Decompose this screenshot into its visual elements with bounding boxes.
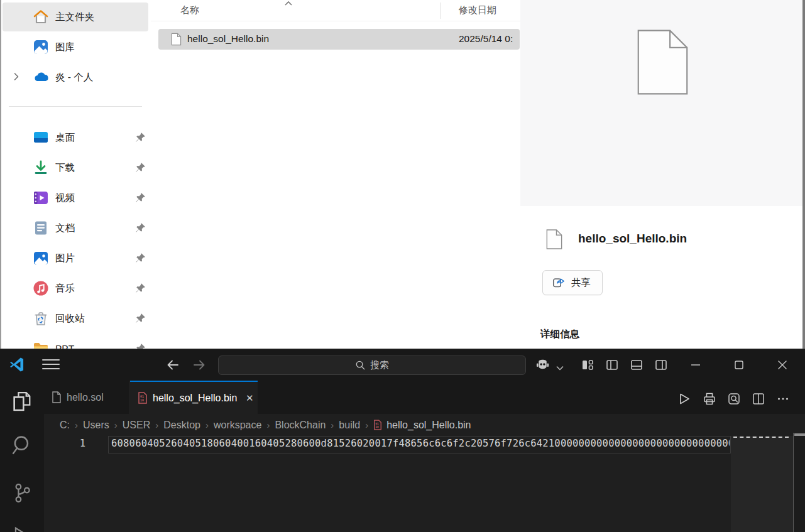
activity-bar: [0, 381, 44, 532]
customize-layout-icon[interactable]: [581, 358, 594, 372]
sidebar-item-label: 下载: [55, 161, 75, 175]
menu-hamburger-icon[interactable]: [42, 359, 60, 371]
sidebar-item-documents[interactable]: 文档: [3, 214, 148, 242]
breadcrumb-item[interactable]: Desktop: [163, 420, 200, 431]
share-button[interactable]: 共享: [542, 270, 603, 295]
breadcrumb-separator: ›: [75, 420, 78, 430]
back-arrow-icon[interactable]: [165, 357, 181, 373]
column-divider[interactable]: [440, 3, 441, 19]
close-tab-icon[interactable]: ✕: [243, 392, 256, 404]
breadcrumb-item[interactable]: build: [339, 420, 360, 431]
sidebar-item-gallery[interactable]: 图库: [3, 33, 148, 62]
sidebar-item-label: 桌面: [55, 131, 75, 144]
toggle-sidebar-icon[interactable]: [605, 358, 619, 372]
folder-icon: [33, 340, 49, 349]
line-number: 1: [44, 438, 85, 449]
close-button[interactable]: [769, 349, 796, 381]
forward-arrow-icon[interactable]: [191, 357, 207, 373]
tab-hello-sol[interactable]: hello.sol: [44, 381, 130, 414]
editor-area[interactable]: 1 60806040526040518060400160405280600d81…: [44, 436, 805, 532]
explorer-view-icon[interactable]: [10, 389, 34, 413]
copilot-icon[interactable]: [535, 357, 550, 373]
sidebar-item-music[interactable]: 音乐: [3, 274, 148, 303]
breadcrumb-item[interactable]: Users: [83, 420, 109, 431]
sidebar-item-recycle-bin[interactable]: 回收站: [3, 304, 148, 333]
split-editor-icon[interactable]: [752, 392, 765, 406]
print-icon[interactable]: [703, 392, 716, 406]
chevron-right-icon[interactable]: [11, 72, 21, 82]
pin-icon: [135, 283, 146, 293]
pictures-icon: [33, 250, 49, 266]
source-control-icon[interactable]: [10, 481, 34, 505]
pin-icon: [135, 132, 146, 143]
toggle-panel-icon[interactable]: [630, 358, 643, 372]
sidebar-item-pictures[interactable]: 图片: [3, 244, 148, 273]
file-row-selected[interactable]: hello_sol_Hello.bin 2025/5/14 0:: [158, 29, 520, 50]
column-header-modified[interactable]: 修改日期: [459, 4, 496, 16]
vscode-window: 搜索: [0, 349, 805, 532]
file-icon: [52, 391, 62, 403]
breadcrumb-item[interactable]: USER: [123, 420, 150, 431]
scrollbar-slider[interactable]: [794, 433, 805, 436]
preview-thumbnail-area: [520, 0, 802, 206]
file-explorer-window: 主文件夹 图库 炎 - 个人: [0, 0, 805, 349]
chevron-down-icon[interactable]: [556, 362, 564, 369]
window-left-edge: [0, 0, 1, 349]
run-icon[interactable]: [677, 392, 691, 406]
sidebar-item-ppt[interactable]: PPT: [3, 334, 148, 349]
search-icon: [355, 360, 366, 371]
breadcrumb-separator: ›: [205, 420, 209, 430]
editor-tab-bar: hello.sol 0110 hello_sol_Hello.bin ✕: [44, 381, 805, 414]
tab-label: hello.sol: [67, 392, 104, 403]
scrollbar-track[interactable]: [793, 433, 805, 532]
gallery-icon: [33, 39, 49, 55]
sidebar-item-label: 图片: [55, 252, 75, 265]
minimap-line-mark: [733, 437, 789, 438]
minimap[interactable]: [731, 436, 793, 532]
minimize-button[interactable]: [682, 349, 709, 381]
onedrive-cloud-icon: [33, 69, 49, 85]
pin-icon: [135, 222, 146, 233]
svg-text:10: 10: [140, 398, 144, 402]
vscode-logo-icon: [8, 356, 25, 373]
video-icon: [33, 190, 49, 206]
binary-file-icon: 0110: [373, 420, 382, 430]
run-debug-view-icon[interactable]: [10, 524, 34, 532]
tab-hello-sol-hello-bin[interactable]: 0110 hello_sol_Hello.bin ✕: [130, 381, 258, 414]
breadcrumb-item[interactable]: workspace: [214, 420, 261, 431]
file-list: 名称 修改日期 hello_sol_Hello.bin 2025/5/14 0:: [151, 0, 520, 349]
sidebar-item-label: PPT: [55, 343, 74, 349]
sidebar-item-videos[interactable]: 视频: [3, 183, 148, 212]
toggle-secondary-sidebar-icon[interactable]: [654, 358, 668, 372]
share-icon: [552, 276, 566, 290]
sidebar-separator: [9, 106, 142, 107]
document-icon: [33, 220, 49, 236]
maximize-button[interactable]: [725, 349, 753, 381]
download-icon: [33, 160, 49, 176]
desktop-screen: 主文件夹 图库 炎 - 个人: [0, 0, 805, 532]
breadcrumb-separator: ›: [155, 420, 158, 430]
find-icon[interactable]: [727, 392, 741, 406]
preview-filename: hello_sol_Hello.bin: [578, 232, 687, 246]
search-input[interactable]: 搜索: [218, 356, 526, 375]
file-preview-icon: [633, 23, 692, 102]
breadcrumb-separator: ›: [365, 420, 368, 430]
sidebar-item-onedrive[interactable]: 炎 - 个人: [3, 63, 148, 92]
breadcrumb-item[interactable]: BlockChain: [275, 420, 326, 431]
breadcrumb-item[interactable]: C:: [60, 420, 70, 431]
svg-text:10: 10: [376, 425, 380, 428]
more-actions-icon[interactable]: [776, 392, 790, 406]
sidebar-item-downloads[interactable]: 下载: [3, 153, 148, 182]
window-right-edge: [802, 0, 805, 349]
vscode-titlebar: 搜索: [0, 349, 805, 381]
pin-icon: [135, 343, 146, 349]
column-header-name[interactable]: 名称: [180, 4, 199, 16]
sidebar-item-home[interactable]: 主文件夹: [3, 3, 148, 31]
sidebar-item-desktop[interactable]: 桌面: [3, 123, 148, 152]
sidebar-item-label: 主文件夹: [55, 11, 94, 24]
breadcrumb-separator: ›: [331, 420, 334, 430]
preview-pane: hello_sol_Hello.bin 共享 详细信息: [520, 0, 802, 349]
breadcrumb-item-file[interactable]: hello_sol_Hello.bin: [386, 420, 471, 431]
search-view-icon[interactable]: [10, 433, 34, 457]
binary-file-icon: 0110: [138, 392, 148, 404]
